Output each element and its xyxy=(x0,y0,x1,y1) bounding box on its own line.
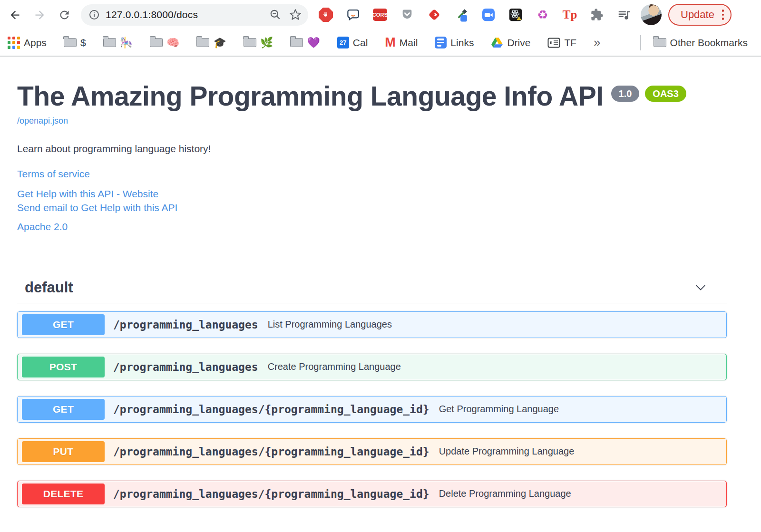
gmail-icon: M xyxy=(385,36,396,49)
folder-icon xyxy=(103,38,116,47)
endpoint-path: /programming_languages/{programming_lang… xyxy=(113,488,429,500)
bookmark-calendar[interactable]: 27 Cal xyxy=(337,37,368,48)
oas3-badge: OAS3 xyxy=(645,86,686,102)
url-text[interactable]: 127.0.0.1:8000/docs xyxy=(106,9,262,20)
other-bookmarks[interactable]: Other Bookmarks xyxy=(654,37,748,48)
apps-grid-icon xyxy=(8,37,20,49)
endpoint-path: /programming_languages xyxy=(113,319,258,331)
bookmarks-divider xyxy=(640,35,641,50)
folder-icon xyxy=(64,38,77,47)
bookmark-links[interactable]: Links xyxy=(435,37,474,48)
method-badge: GET xyxy=(22,399,105,420)
opblock-delete[interactable]: DELETE /programming_languages/{programmi… xyxy=(17,481,727,507)
site-info-icon[interactable] xyxy=(88,9,100,20)
color-picker-icon[interactable] xyxy=(453,7,469,23)
folder-icon xyxy=(654,38,666,47)
folder-icon xyxy=(150,38,163,47)
folder-icon xyxy=(196,38,209,47)
links-list-icon xyxy=(435,37,447,48)
forward-arrow-icon xyxy=(33,9,46,21)
endpoint-summary: Get Programming Language xyxy=(439,404,559,415)
bookmark-apps[interactable]: Apps xyxy=(8,37,47,49)
bookmark-mail[interactable]: M Mail xyxy=(385,36,418,49)
method-badge: GET xyxy=(22,314,105,335)
operations-list: GET /programming_languages List Programm… xyxy=(17,311,727,507)
section-title: default xyxy=(25,279,73,296)
endpoint-path: /programming_languages/{programming_lang… xyxy=(113,445,429,458)
pocket-shield-icon[interactable] xyxy=(399,7,415,23)
address-bar[interactable]: 127.0.0.1:8000/docs xyxy=(81,4,308,26)
zoom-out-icon[interactable] xyxy=(269,9,282,21)
reload-button[interactable] xyxy=(56,7,72,23)
endpoint-path: /programming_languages/{programming_lang… xyxy=(113,403,429,416)
help-website-link[interactable]: Get Help with this API - Website xyxy=(17,187,727,201)
herb-emoji: 🌿 xyxy=(260,38,273,48)
bookmark-folder-horse[interactable]: 🎠 xyxy=(103,38,133,48)
folder-icon xyxy=(244,38,256,47)
bookmarks-overflow[interactable]: » xyxy=(594,35,600,50)
terms-of-service-link[interactable]: Terms of service xyxy=(17,167,727,181)
tf-favicon xyxy=(547,38,560,48)
method-badge: PUT xyxy=(22,441,105,462)
overflow-chevron-icon: » xyxy=(594,35,600,50)
endpoint-summary: Delete Programming Language xyxy=(439,488,571,499)
puzzle-extensions-icon[interactable] xyxy=(589,7,605,23)
bookmark-folder-heart[interactable]: 💜 xyxy=(290,38,320,48)
adblock-icon[interactable] xyxy=(318,7,334,23)
bookmark-folder-dollar[interactable]: $ xyxy=(64,37,86,48)
forward-button[interactable] xyxy=(31,7,48,23)
endpoint-path: /programming_languages xyxy=(113,361,258,373)
chat-bubble-icon[interactable] xyxy=(345,7,361,23)
update-button[interactable]: Update xyxy=(668,4,732,26)
tp-extension-icon[interactable]: Tp xyxy=(562,7,578,23)
openapi-spec-link[interactable]: /openapi.json xyxy=(17,116,68,126)
browser-toolbar: 127.0.0.1:8000/docs CORS xyxy=(0,0,761,29)
opblock-put-update[interactable]: PUT /programming_languages/{programming_… xyxy=(17,438,727,465)
profile-avatar[interactable] xyxy=(641,4,662,25)
opblock-get-one[interactable]: GET /programming_languages/{programming_… xyxy=(17,396,727,423)
bookmark-folder-grad[interactable]: 🎓 xyxy=(196,38,226,48)
endpoint-summary: Create Programming Language xyxy=(268,361,401,372)
method-badge: DELETE xyxy=(22,484,105,504)
bookmark-folder-herb[interactable]: 🌿 xyxy=(244,38,273,48)
media-queue-icon[interactable] xyxy=(616,7,632,23)
google-drive-icon xyxy=(491,37,503,48)
brain-emoji: 🧠 xyxy=(166,38,179,48)
extensions-row: CORS ♻ Tp xyxy=(318,7,632,23)
endpoint-summary: Update Programming Language xyxy=(439,446,575,457)
bookmark-drive[interactable]: Drive xyxy=(491,37,530,48)
purple-recycle-icon[interactable]: ♻ xyxy=(535,7,551,23)
cors-extension-icon[interactable]: CORS xyxy=(372,7,388,23)
reload-icon xyxy=(58,9,71,21)
method-badge: POST xyxy=(22,357,105,377)
bookmark-tf[interactable]: TF xyxy=(547,37,576,48)
endpoint-summary: List Programming Languages xyxy=(268,319,392,330)
bookmark-folder-brain[interactable]: 🧠 xyxy=(150,38,179,48)
red-arrow-extension-icon[interactable] xyxy=(426,7,442,23)
license-link[interactable]: Apache 2.0 xyxy=(17,220,727,233)
api-description: Learn about programming language history… xyxy=(17,143,727,155)
version-badge: 1.0 xyxy=(611,86,640,102)
opblock-post-create[interactable]: POST /programming_languages Create Progr… xyxy=(17,354,727,380)
bookmark-star-icon[interactable] xyxy=(289,9,302,21)
browser-menu-icon[interactable] xyxy=(722,10,724,20)
back-arrow-icon xyxy=(9,9,21,21)
opblock-get-list[interactable]: GET /programming_languages List Programm… xyxy=(17,311,727,338)
swagger-page: The Amazing Programming Language Info AP… xyxy=(0,57,761,507)
folder-icon xyxy=(290,38,303,47)
graduation-cap-emoji: 🎓 xyxy=(213,38,226,48)
page-title: The Amazing Programming Language Info AP… xyxy=(17,81,604,112)
zoom-video-icon[interactable] xyxy=(480,7,497,23)
back-button[interactable] xyxy=(7,7,23,23)
purple-heart-emoji: 💜 xyxy=(307,38,320,48)
carousel-horse-emoji: 🎠 xyxy=(120,38,133,48)
help-email-link[interactable]: Send email to Get Help with this API xyxy=(17,201,727,214)
section-default[interactable]: default xyxy=(17,279,727,303)
bookmarks-bar: Apps $ 🎠 🧠 🎓 🌿 💜 27 Cal M Mail Links xyxy=(0,29,761,56)
react-devtools-icon[interactable] xyxy=(507,7,524,23)
chevron-down-icon[interactable] xyxy=(693,281,708,295)
google-calendar-icon: 27 xyxy=(337,37,349,48)
